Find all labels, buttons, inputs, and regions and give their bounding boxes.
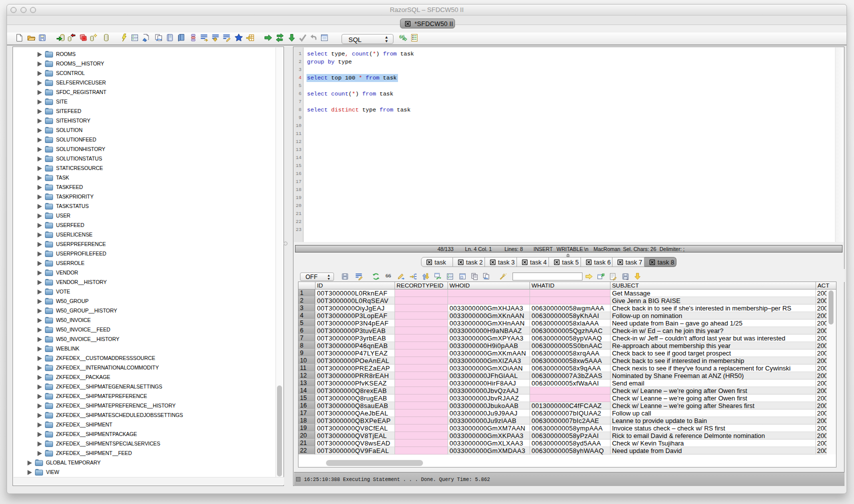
svg-text:66: 66 [386, 272, 392, 278]
